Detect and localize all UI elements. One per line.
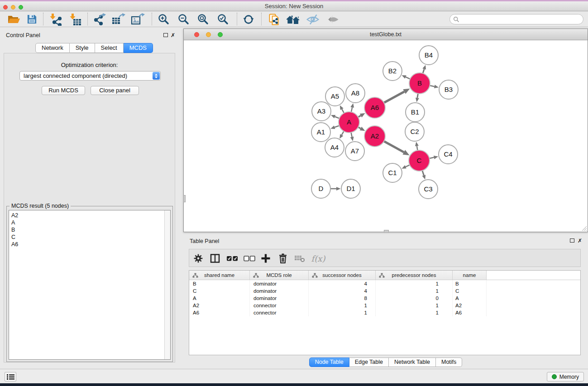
control-panel-title: Control Panel: [6, 32, 40, 38]
tab-motifs[interactable]: Motifs: [436, 357, 462, 367]
table-cell[interactable]: B: [453, 280, 487, 287]
refresh-icon[interactable]: [239, 12, 258, 27]
table-cell[interactable]: A6: [189, 309, 250, 316]
node-label-A4: A4: [330, 143, 339, 151]
table-row[interactable]: Bdominator41B: [189, 280, 580, 287]
home-icon[interactable]: [284, 12, 302, 27]
table-cell[interactable]: C: [189, 287, 250, 295]
mcds-result-item[interactable]: C: [11, 234, 168, 241]
open-session-icon[interactable]: [5, 12, 23, 27]
clone-network-icon[interactable]: [265, 12, 283, 27]
table-row[interactable]: Cdominator41C: [189, 287, 580, 295]
deselect-all-icon[interactable]: [242, 251, 257, 266]
network-canvas[interactable]: AA1A2A3A4A5A6A7A8BB1B2B3B4CC1C2C3C4DD1: [184, 40, 588, 232]
toolbar-separator: [261, 13, 262, 25]
table-row[interactable]: A6connector11A6: [189, 309, 580, 316]
table-cell[interactable]: 4: [309, 287, 376, 295]
mcds-result-item[interactable]: A: [11, 219, 168, 226]
close-panel-icon[interactable]: ✗: [171, 33, 175, 38]
show-column-icon[interactable]: [207, 251, 223, 266]
column-header-mcds-role[interactable]: MCDS role: [250, 271, 309, 280]
zoom-in-icon[interactable]: [154, 12, 172, 27]
hide-graphics-details-icon[interactable]: [304, 12, 322, 27]
export-image-icon[interactable]: [129, 12, 147, 27]
search-input[interactable]: [459, 15, 583, 24]
table-cell[interactable]: A6: [453, 309, 487, 316]
network-window-title: testGlobe.txt: [184, 31, 588, 38]
tree-icon: [253, 273, 259, 278]
tab-style[interactable]: Style: [70, 43, 95, 53]
network-window-titlebar[interactable]: testGlobe.txt: [184, 29, 588, 40]
table-cell[interactable]: 4: [309, 280, 376, 287]
table-cell[interactable]: 0: [376, 295, 453, 302]
table-cell[interactable]: A: [453, 295, 487, 302]
delete-table-icon[interactable]: [292, 251, 307, 266]
delete-column-trash-icon[interactable]: [275, 251, 291, 266]
arrowhead-C-C3: [422, 175, 426, 179]
table-cell[interactable]: 1: [309, 302, 376, 309]
memory-button[interactable]: Memory: [547, 372, 584, 381]
zoom-selected-icon[interactable]: [214, 12, 232, 27]
tab-network-table[interactable]: Network Table: [389, 357, 436, 367]
zoom-out-icon[interactable]: [174, 12, 192, 27]
import-table-icon[interactable]: [66, 12, 84, 27]
float-table-panel-button[interactable]: [570, 238, 574, 243]
tab-mcds[interactable]: MCDS: [124, 43, 153, 53]
select-all-icon[interactable]: [225, 251, 240, 266]
float-panel-button[interactable]: [163, 33, 168, 37]
table-cell[interactable]: 1: [376, 309, 453, 316]
criterion-dropdown[interactable]: largest connected component (directed): [19, 71, 161, 81]
mcds-result-item[interactable]: A2: [11, 212, 168, 219]
tab-select[interactable]: Select: [95, 43, 124, 53]
export-table-icon[interactable]: [109, 12, 127, 27]
table-settings-gear-icon[interactable]: [191, 251, 206, 266]
table-cell[interactable]: C: [453, 287, 487, 295]
arrowhead-C-C2: [415, 142, 419, 146]
mcds-result-item[interactable]: A6: [11, 241, 168, 248]
table-cell[interactable]: 1: [376, 302, 453, 309]
column-header-successor-nodes[interactable]: successor nodes: [309, 271, 376, 280]
arrowhead-B-B4: [422, 65, 426, 69]
column-header-shared-name[interactable]: shared name: [189, 271, 250, 280]
table-cell[interactable]: dominator: [250, 295, 309, 302]
table-cell[interactable]: 1: [376, 280, 453, 287]
import-network-icon[interactable]: [46, 12, 64, 27]
table-cell[interactable]: 1: [376, 287, 453, 295]
show-graphics-details-icon[interactable]: [324, 12, 342, 27]
add-column-icon[interactable]: [258, 251, 273, 266]
node-table: shared nameMCDS rolesuccessor nodesprede…: [189, 270, 581, 355]
table-cell[interactable]: A: [189, 295, 250, 302]
splitter-handle[interactable]: [384, 230, 389, 233]
close-panel-button[interactable]: Close panel: [91, 86, 139, 95]
resize-grip-icon[interactable]: [581, 225, 587, 231]
save-session-icon[interactable]: [23, 12, 41, 27]
node-label-D: D: [319, 185, 324, 192]
mcds-result-item[interactable]: B: [11, 226, 168, 234]
table-cell[interactable]: B: [189, 280, 250, 287]
mcds-result-list[interactable]: A2ABCA6: [9, 210, 171, 360]
table-cell[interactable]: connector: [250, 302, 309, 309]
function-builder-icon[interactable]: f(x): [311, 251, 326, 266]
table-cell[interactable]: dominator: [250, 280, 309, 287]
column-header-predecessor-nodes[interactable]: predecessor nodes: [376, 271, 453, 280]
table-cell[interactable]: A2: [453, 302, 487, 309]
table-row[interactable]: Adominator80A: [189, 295, 580, 302]
splitter-handle[interactable]: [183, 195, 186, 202]
table-cell[interactable]: dominator: [250, 287, 309, 295]
table-cell[interactable]: connector: [250, 309, 309, 316]
task-history-button[interactable]: [5, 372, 16, 381]
column-header-name[interactable]: name: [453, 271, 487, 280]
zoom-fit-icon[interactable]: [194, 12, 212, 27]
tab-network[interactable]: Network: [35, 43, 70, 53]
result-list-scrollbar[interactable]: [164, 210, 170, 359]
table-cell[interactable]: A2: [189, 302, 250, 309]
table-row[interactable]: A2connector11A2: [189, 302, 580, 309]
network-graph[interactable]: AA1A2A3A4A5A6A7A8BB1B2B3B4CC1C2C3C4DD1: [184, 40, 588, 232]
tab-node-table[interactable]: Node Table: [309, 357, 349, 367]
table-cell[interactable]: 1: [309, 309, 376, 316]
run-mcds-button[interactable]: Run MCDS: [42, 86, 85, 95]
close-table-panel-icon[interactable]: ✗: [578, 238, 582, 243]
export-network-icon[interactable]: [91, 12, 109, 27]
tab-edge-table[interactable]: Edge Table: [349, 357, 389, 367]
table-cell[interactable]: 8: [309, 295, 376, 302]
